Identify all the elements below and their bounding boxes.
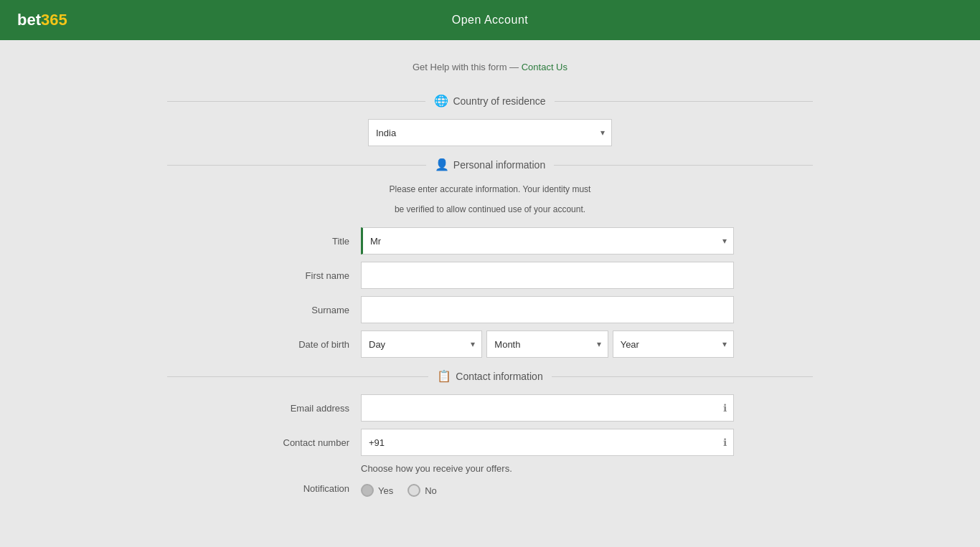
- notification-options: Yes No: [361, 484, 437, 497]
- email-label: Email address: [246, 403, 361, 414]
- title-label: Title: [246, 236, 361, 247]
- logo: bet365: [17, 11, 67, 29]
- notification-label: Notification: [246, 483, 361, 494]
- email-field-wrapper: ℹ: [361, 394, 734, 422]
- personal-desc-line1: Please enter accurate information. Your …: [246, 183, 734, 196]
- notification-no-radio[interactable]: [407, 484, 420, 497]
- notification-no-label: No: [425, 485, 437, 496]
- contact-number-inner: +91 ℹ: [361, 429, 734, 456]
- notification-no-option[interactable]: No: [407, 484, 437, 497]
- firstname-input[interactable]: [361, 262, 734, 289]
- contact-number-row: Contact number +91 ℹ: [246, 429, 734, 456]
- personal-desc-line2: be verified to allow continued use of yo…: [246, 203, 734, 216]
- globe-icon: 🌐: [434, 94, 448, 108]
- country-section-divider: 🌐 Country of residence: [167, 94, 813, 108]
- dob-year-wrapper: Year 2005200420032002 2001200019991998 1…: [613, 330, 734, 358]
- logo-365: 365: [41, 11, 67, 29]
- contact-phone-wrapper: ℹ: [392, 429, 734, 456]
- firstname-field-wrapper: [361, 262, 734, 289]
- dob-month-wrapper: Month JanuaryFebruaryMarch AprilMayJune …: [486, 330, 608, 358]
- notification-yes-radio[interactable]: [361, 484, 374, 497]
- notification-yes-option[interactable]: Yes: [361, 484, 393, 497]
- email-info-icon[interactable]: ℹ: [723, 402, 727, 414]
- country-dropdown-wrapper: India United Kingdom Australia Canada ▾: [368, 119, 612, 146]
- contact-section-divider: 📋 Contact information: [167, 369, 813, 383]
- contact-form: Email address ℹ Contact number +91 ℹ: [246, 394, 734, 497]
- surname-field-wrapper: [361, 296, 734, 323]
- title-row: Title Mr Mrs Miss Ms Dr ▾: [246, 227, 734, 255]
- dob-label: Date of birth: [246, 339, 361, 350]
- main-content: Get Help with this form — Contact Us 🌐 C…: [167, 40, 813, 533]
- contact-number-label: Contact number: [246, 437, 361, 448]
- contact-section-label: 📋 Contact information: [428, 369, 551, 383]
- contact-section-title: Contact information: [456, 371, 542, 382]
- country-code-prefix: +91: [361, 429, 392, 456]
- firstname-label: First name: [246, 270, 361, 281]
- dob-month-select[interactable]: Month JanuaryFebruaryMarch AprilMayJune …: [486, 330, 608, 358]
- title-select[interactable]: Mr Mrs Miss Ms Dr: [361, 227, 734, 255]
- offers-text: Choose how you receive your offers.: [246, 463, 734, 474]
- contact-info-icon[interactable]: ℹ: [723, 437, 727, 448]
- country-section-title: Country of residence: [453, 95, 545, 107]
- firstname-row: First name: [246, 262, 734, 289]
- title-select-wrapper: Mr Mrs Miss Ms Dr ▾: [361, 227, 734, 255]
- contact-icon: 📋: [437, 369, 451, 383]
- email-row: Email address ℹ: [246, 394, 734, 422]
- surname-label: Surname: [246, 305, 361, 315]
- person-icon: 👤: [435, 158, 449, 171]
- dob-year-select[interactable]: Year 2005200420032002 2001200019991998 1…: [613, 330, 734, 358]
- personal-form: Please enter accurate information. Your …: [246, 183, 734, 358]
- country-section-label: 🌐 Country of residence: [425, 94, 554, 108]
- surname-input[interactable]: [361, 296, 734, 323]
- personal-description: Please enter accurate information. Your …: [246, 183, 734, 216]
- header: bet365 Open Account: [0, 0, 980, 40]
- contact-us-link[interactable]: Contact Us: [522, 62, 567, 72]
- notification-yes-label: Yes: [378, 485, 393, 496]
- personal-section-divider: 👤 Personal information: [167, 158, 813, 171]
- contact-number-field-wrapper: +91 ℹ: [361, 429, 734, 456]
- contact-phone-input[interactable]: [392, 429, 734, 456]
- dob-fields: Day 1234 5678 9101112 13141516 17181920 …: [361, 330, 734, 358]
- personal-section-label: 👤 Personal information: [426, 158, 554, 171]
- country-select[interactable]: India United Kingdom Australia Canada: [368, 119, 612, 146]
- email-input-wrapper: ℹ: [361, 394, 734, 422]
- dob-day-wrapper: Day 1234 5678 9101112 13141516 17181920 …: [361, 330, 482, 358]
- dob-day-select[interactable]: Day 1234 5678 9101112 13141516 17181920 …: [361, 330, 482, 358]
- help-bar: Get Help with this form — Contact Us: [167, 54, 813, 80]
- email-input[interactable]: [361, 394, 734, 422]
- personal-section-title: Personal information: [453, 159, 545, 171]
- logo-bet: bet: [17, 11, 41, 29]
- page-title: Open Account: [452, 14, 529, 27]
- surname-row: Surname: [246, 296, 734, 323]
- notification-row: Notification Yes No: [246, 480, 734, 497]
- country-select-wrapper: India United Kingdom Australia Canada ▾: [368, 119, 612, 146]
- help-text: Get Help with this form —: [413, 62, 519, 72]
- dob-row: Date of birth Day 1234 5678 9101112 1314…: [246, 330, 734, 358]
